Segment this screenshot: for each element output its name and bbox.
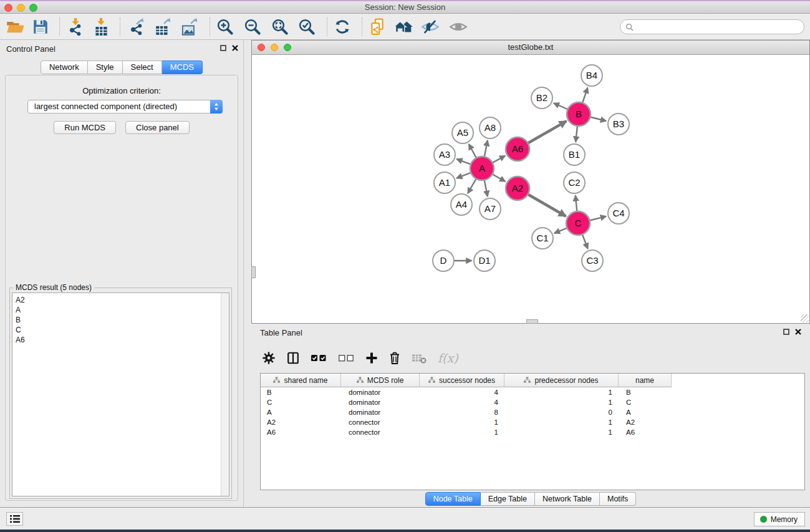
float-panel-icon[interactable] [220,45,226,51]
cell-name[interactable]: C [619,399,671,406]
graph-node-D[interactable]: D [433,250,454,271]
cell-shared-name[interactable]: B [261,389,341,396]
export-table-icon[interactable] [151,16,175,38]
network-window-titlebar[interactable]: testGlobe.txt [252,41,809,55]
cell-successor-nodes[interactable]: 1 [420,418,504,426]
export-image-icon[interactable] [178,16,201,38]
tab-network-table[interactable]: Network Table [535,492,600,506]
cell-successor-nodes[interactable]: 8 [420,409,504,416]
minimize-network-window-button[interactable] [271,44,278,51]
cell-predecessor-nodes[interactable]: 1 [504,418,619,426]
graph-node-C[interactable]: C [566,211,590,235]
search-input[interactable] [637,22,799,32]
graph-node-A6[interactable]: A6 [506,137,529,161]
select-all-icon[interactable] [311,353,327,363]
toggle-panel-icon[interactable] [286,351,300,365]
import-table-icon[interactable] [89,16,113,38]
run-mcds-button[interactable]: Run MCDS [54,121,116,134]
unselect-all-icon[interactable] [338,353,355,363]
network-canvas[interactable]: B4B2BB3A8A5A6A3B1AA1C2A2A4A7C4CC1C3DD1 [252,55,809,323]
close-window-button[interactable] [4,4,12,12]
zoom-network-window-button[interactable] [284,44,291,51]
table-row[interactable]: A2connector11A2 [261,417,804,427]
node-table[interactable]: shared name MCDS role successor nodes pr… [260,373,805,490]
graph-node-A1[interactable]: A1 [434,172,455,193]
result-list-scrollbar[interactable] [221,293,229,496]
graph-node-B[interactable]: B [567,102,591,126]
column-header-predecessor-nodes[interactable]: predecessor nodes [504,374,619,387]
zoom-in-icon[interactable] [213,16,237,38]
mcds-result-list[interactable]: A2 A B C A6 [12,293,229,496]
close-network-window-button[interactable] [258,44,265,51]
zoom-selected-icon[interactable] [295,16,319,38]
table-row[interactable]: A6connector11A6 [261,427,804,437]
tab-edge-table[interactable]: Edge Table [481,492,535,506]
cell-predecessor-nodes[interactable]: 0 [504,409,619,416]
column-header-shared-name[interactable]: shared name [261,374,341,387]
result-item[interactable]: B [16,315,229,325]
cell-predecessor-nodes[interactable]: 1 [504,428,619,436]
cell-name[interactable]: A2 [619,418,671,426]
zoom-window-button[interactable] [29,4,37,12]
cell-mcds-role[interactable]: dominator [341,399,420,406]
tab-style[interactable]: Style [88,60,123,74]
table-row[interactable]: Bdominator41B [261,387,804,397]
graph-node-B2[interactable]: B2 [531,87,552,109]
memory-button[interactable]: Memory [754,512,805,526]
result-item[interactable]: C [16,325,229,335]
cell-mcds-role[interactable]: connector [341,428,420,436]
minimize-window-button[interactable] [17,4,25,12]
graph-node-D1[interactable]: D1 [474,250,495,271]
cell-mcds-role[interactable]: connector [341,418,420,426]
splitter-handle-left[interactable] [251,266,256,278]
graph-node-B1[interactable]: B1 [564,144,585,165]
cell-name[interactable]: B [619,389,671,396]
tab-network[interactable]: Network [41,60,88,74]
splitter-handle-bottom[interactable] [526,319,538,324]
graph-node-C2[interactable]: C2 [564,172,585,193]
cell-shared-name[interactable]: A2 [261,418,341,426]
zoom-fit-icon[interactable] [268,16,292,38]
result-item[interactable]: A2 [16,295,229,305]
tab-mcds[interactable]: MCDS [162,60,203,74]
cell-successor-nodes[interactable]: 4 [420,389,504,396]
cell-shared-name[interactable]: A [261,409,341,416]
cell-mcds-role[interactable]: dominator [341,409,420,416]
show-graphics-details-icon[interactable] [418,16,442,38]
cell-successor-nodes[interactable]: 4 [420,399,504,406]
network-graph[interactable]: B4B2BB3A8A5A6A3B1AA1C2A2A4A7C4CC1C3DD1 [252,55,809,323]
graph-node-A5[interactable]: A5 [452,122,473,143]
cell-predecessor-nodes[interactable]: 1 [504,399,619,406]
close-panel-button[interactable]: Close panel [125,121,190,134]
show-task-history-button[interactable] [6,512,23,526]
add-row-icon[interactable] [365,352,378,364]
clone-network-icon[interactable] [365,16,389,38]
home-icon[interactable] [392,16,416,38]
export-network-icon[interactable] [125,16,148,38]
graph-node-A[interactable]: A [470,157,494,180]
resize-grip-icon[interactable] [801,314,809,322]
result-item[interactable]: A6 [16,335,229,345]
cell-name[interactable]: A [619,409,671,416]
column-header-name[interactable]: name [619,374,671,387]
search-box[interactable] [620,19,804,34]
graph-node-C1[interactable]: C1 [532,228,553,249]
tab-select[interactable]: Select [123,60,162,74]
graph-node-A3[interactable]: A3 [434,144,455,165]
cell-name[interactable]: A6 [619,428,671,436]
graph-node-B3[interactable]: B3 [608,114,629,135]
optimization-criterion-select[interactable]: largest connected component (directed) [27,100,223,114]
graph-node-C3[interactable]: C3 [582,250,603,271]
table-row[interactable]: Cdominator41C [261,397,804,407]
float-panel-icon[interactable] [783,329,789,335]
table-row[interactable]: Adominator80A [261,407,804,417]
result-item[interactable]: A [16,305,229,315]
refresh-icon[interactable] [330,16,354,38]
cell-mcds-role[interactable]: dominator [341,389,420,396]
tab-motifs[interactable]: Motifs [600,492,636,506]
cell-successor-nodes[interactable]: 1 [420,428,504,436]
graph-node-C4[interactable]: C4 [608,203,629,224]
graph-node-A8[interactable]: A8 [480,117,501,138]
graph-node-A7[interactable]: A7 [480,198,501,220]
close-panel-icon[interactable] [232,45,238,51]
